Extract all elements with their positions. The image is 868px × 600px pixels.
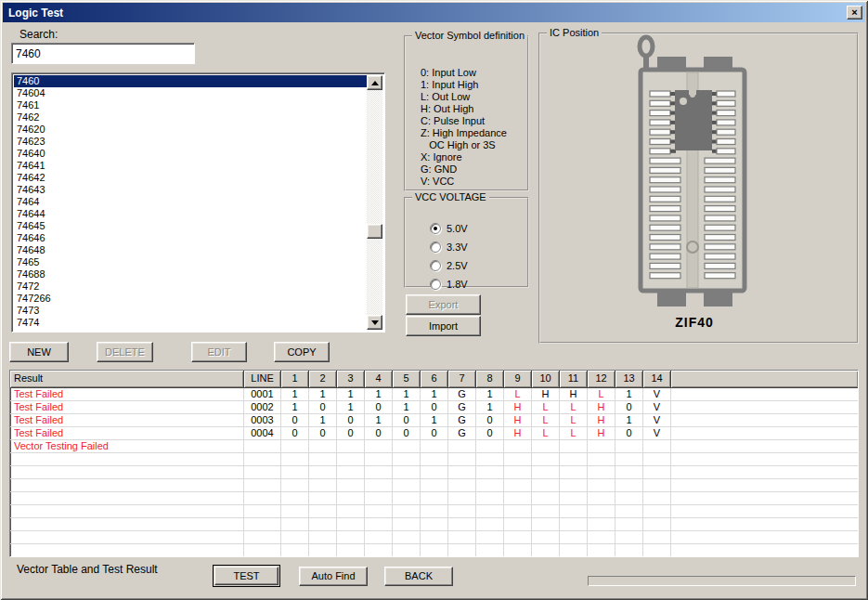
list-item[interactable]: 74642 — [14, 172, 367, 184]
vector-symbol-line: X: Ignore — [421, 151, 507, 163]
list-item[interactable]: 74648 — [14, 244, 367, 256]
vector-cell: 0 — [281, 414, 309, 427]
scrollbar-thumb[interactable] — [367, 224, 382, 239]
auto-find-button[interactable]: Auto Find — [299, 567, 368, 586]
list-item[interactable]: 74620 — [14, 124, 367, 136]
list-item[interactable]: 7465 — [14, 256, 367, 268]
column-header[interactable]: 7 — [448, 371, 476, 388]
test-button[interactable]: TEST — [213, 565, 280, 587]
vcc-option[interactable]: 3.3V — [430, 238, 468, 256]
vector-cell — [532, 466, 560, 479]
vector-cell — [309, 453, 337, 466]
list-item[interactable]: 74646 — [14, 232, 367, 244]
vcc-option[interactable]: 1.8V — [430, 275, 468, 293]
column-header[interactable]: 14 — [643, 371, 671, 388]
list-item[interactable]: 7464 — [14, 196, 367, 208]
copy-button[interactable]: COPY — [274, 342, 330, 362]
radio-button-icon[interactable] — [430, 260, 441, 271]
column-header[interactable]: 5 — [393, 371, 421, 388]
column-header[interactable]: 8 — [476, 371, 504, 388]
vcc-option[interactable]: 2.5V — [430, 256, 468, 275]
table-row[interactable] — [10, 505, 858, 518]
vector-cell — [281, 492, 309, 505]
vector-cell — [309, 531, 337, 544]
column-header[interactable]: 12 — [588, 371, 615, 388]
line-cell — [244, 492, 281, 505]
list-item[interactable]: 74643 — [14, 184, 367, 196]
table-row[interactable]: Test Failed0001111111G1LHHL1V — [10, 388, 858, 401]
vector-cell — [504, 544, 532, 557]
list-item[interactable]: 74641 — [14, 160, 367, 172]
table-row[interactable]: Test Failed0004000000G0HLLH0V — [10, 427, 858, 440]
back-button[interactable]: BACK — [384, 567, 453, 586]
vector-cell — [281, 505, 309, 518]
column-header[interactable]: LINE — [244, 371, 281, 388]
vector-cell: 1 — [365, 388, 393, 401]
close-button[interactable]: × — [847, 6, 862, 20]
list-item[interactable]: 74645 — [14, 220, 367, 232]
radio-button-icon[interactable] — [430, 223, 441, 234]
vector-cell — [504, 518, 532, 531]
column-header[interactable]: 6 — [421, 371, 448, 388]
radio-button-icon[interactable] — [430, 241, 441, 253]
line-cell — [244, 544, 281, 557]
table-row[interactable] — [10, 479, 858, 492]
vector-cell: 1 — [476, 388, 504, 401]
vector-symbol-line: Z: High Impedance — [421, 127, 507, 139]
list-item[interactable]: 7462 — [14, 111, 367, 124]
table-row[interactable] — [10, 544, 858, 557]
column-header[interactable]: 2 — [309, 371, 337, 388]
table-row[interactable] — [10, 531, 858, 544]
column-header[interactable]: 3 — [337, 371, 365, 388]
table-row[interactable] — [10, 492, 858, 505]
list-item[interactable]: 74644 — [14, 208, 367, 220]
vector-cell: H — [532, 388, 560, 401]
list-item[interactable]: 7475 — [14, 329, 367, 330]
list-item[interactable]: 74640 — [14, 148, 367, 160]
list-item[interactable]: 7473 — [14, 305, 367, 317]
list-scrollbar-track[interactable] — [367, 75, 382, 330]
vector-cell: H — [588, 427, 615, 440]
column-header[interactable]: 10 — [532, 371, 560, 388]
import-button[interactable]: Import — [406, 316, 481, 336]
search-input[interactable] — [11, 43, 195, 64]
table-row[interactable]: Vector Testing Failed — [10, 440, 858, 453]
scroll-up-button[interactable] — [367, 75, 382, 90]
new-button[interactable]: NEW — [9, 342, 69, 362]
result-cell — [10, 505, 244, 518]
vector-symbol-line: G: GND — [421, 163, 507, 176]
column-header[interactable]: 1 — [281, 371, 309, 388]
table-row[interactable] — [10, 518, 858, 531]
list-item[interactable]: 74688 — [14, 268, 367, 280]
list-item[interactable]: 7472 — [14, 280, 367, 293]
list-item[interactable]: 7461 — [14, 99, 367, 111]
list-item[interactable]: 7474 — [14, 317, 367, 329]
vector-cell — [476, 479, 504, 492]
search-label: Search: — [19, 28, 58, 41]
vector-cell — [504, 531, 532, 544]
column-header[interactable]: 11 — [560, 371, 588, 388]
table-row[interactable]: Test Failed0003010101G0HLLH1V — [10, 414, 858, 427]
table-row[interactable] — [10, 453, 858, 466]
column-header[interactable]: 13 — [615, 371, 643, 388]
column-header[interactable]: 4 — [365, 371, 393, 388]
vector-cell — [393, 518, 421, 531]
vector-cell — [421, 440, 448, 453]
table-row[interactable]: Test Failed0002101010G1HLLH0V — [10, 401, 858, 414]
vector-cell — [588, 531, 615, 544]
list-item[interactable]: 74604 — [14, 87, 367, 99]
vector-cell — [448, 440, 476, 453]
list-item[interactable]: 74623 — [14, 136, 367, 148]
table-row[interactable] — [10, 466, 858, 479]
footer-label: Vector Table and Test Result — [17, 563, 158, 576]
vector-cell — [448, 518, 476, 531]
scroll-down-button[interactable] — [367, 315, 382, 330]
radio-button-icon[interactable] — [430, 279, 441, 290]
vcc-option[interactable]: 5.0V — [430, 219, 468, 238]
list-item[interactable]: 7460 — [14, 75, 367, 87]
column-header[interactable]: 9 — [504, 371, 532, 388]
vector-cell — [309, 479, 337, 492]
column-header[interactable]: Result — [10, 371, 244, 388]
vector-cell — [365, 492, 393, 505]
list-item[interactable]: 747266 — [14, 293, 367, 305]
